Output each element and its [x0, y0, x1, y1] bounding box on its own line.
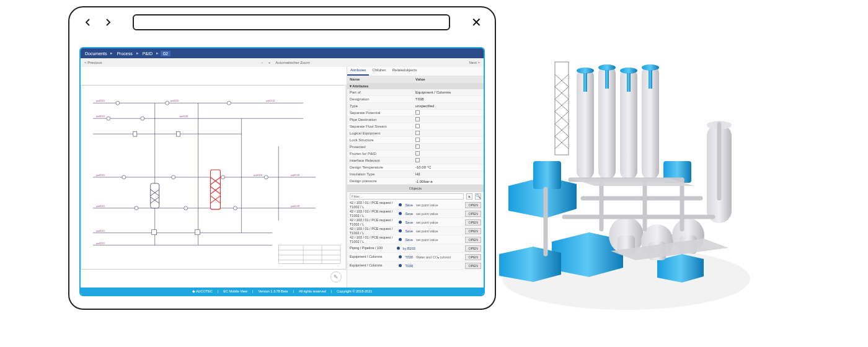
object-row[interactable]: 42 / 103 / 01 / PCE request / T1002 / LS…	[347, 209, 484, 218]
svg-point-31	[233, 206, 237, 210]
app-frame: Documents▸ Process▸ P&ID▸ 02 < Previous …	[79, 47, 485, 296]
attr-row[interactable]: Design Temperature-10.00 °C	[347, 164, 484, 171]
canvas-edit-button[interactable]: ✎	[330, 271, 342, 283]
tag-dot-icon	[399, 238, 402, 241]
search-icon[interactable]: 🔍	[475, 193, 481, 200]
open-button[interactable]: OPEN	[465, 202, 481, 208]
pid-canvas[interactable]: pos01101pos01101pos01101 pos01101pos0110…	[81, 67, 347, 288]
open-button[interactable]: OPEN	[465, 245, 481, 252]
attr-row[interactable]: Pipe Destination	[347, 116, 484, 123]
open-button[interactable]: OPEN	[465, 228, 481, 234]
svg-point-20	[227, 101, 231, 105]
object-row[interactable]: 42 / 103 / 01 / PCE request / T1002 / LS…	[347, 201, 484, 209]
open-button[interactable]: OPEN	[465, 254, 481, 260]
attr-key: Interface Relevant	[350, 159, 415, 162]
zoom-out-button[interactable]: −	[261, 61, 264, 64]
attr-key: Separate Flow Stream	[350, 125, 415, 128]
attr-value	[415, 110, 481, 115]
svg-text:pos01101: pos01101	[96, 174, 105, 177]
breadcrumb-item[interactable]: Documents	[83, 51, 108, 56]
object-desc: set point value	[416, 212, 463, 216]
attr-row[interactable]: Interface Relevant	[347, 157, 484, 164]
checkbox-icon[interactable]	[415, 117, 420, 121]
open-button[interactable]: OPEN	[465, 211, 481, 217]
svg-text:pos01101: pos01101	[96, 242, 105, 245]
attr-key: Design pressure	[350, 179, 415, 183]
open-button[interactable]: OPEN	[465, 263, 481, 269]
attr-row[interactable]: Insulation TypeH2	[347, 171, 484, 178]
svg-text:pos01101: pos01101	[266, 100, 275, 102]
zoom-mode-select[interactable]: Automatischer Zoom	[275, 61, 309, 64]
tab-children[interactable]: Children	[369, 67, 389, 76]
zoom-in-button[interactable]: +	[268, 61, 271, 64]
breadcrumb-item-current[interactable]: 02	[161, 51, 170, 56]
attr-value	[415, 151, 481, 156]
object-row[interactable]: 42 / 103 / 01 / PCE request / T1002 / LS…	[347, 235, 484, 244]
svg-rect-24	[177, 131, 180, 136]
footer-brand: ◆ AUCOTEC	[192, 289, 213, 293]
next-page-button[interactable]: Next >	[469, 61, 480, 64]
main-split: pos01101pos01101pos01101 pos01101pos0110…	[81, 67, 484, 288]
svg-point-77	[598, 64, 616, 71]
object-tag: Save	[404, 221, 414, 224]
checkbox-icon[interactable]	[415, 144, 420, 149]
forward-button[interactable]	[100, 15, 115, 30]
object-desc: Water and CO₂ column	[416, 255, 463, 259]
svg-text:pos01101: pos01101	[96, 230, 105, 232]
attr-row[interactable]: Part ofEquipment / Columns	[347, 89, 484, 96]
attr-row[interactable]: Logical Equipment	[347, 130, 484, 137]
object-row[interactable]: Equipment / ColumnsT038Water and CO₂ col…	[347, 253, 484, 261]
attr-row[interactable]: Separate Potential	[347, 110, 484, 116]
svg-point-21	[107, 116, 110, 120]
svg-text:pos01101: pos01101	[96, 115, 105, 118]
open-button[interactable]: OPEN	[465, 219, 481, 226]
checkbox-icon[interactable]	[415, 138, 420, 142]
attr-value: -10.00 °C	[415, 165, 481, 169]
filter-input[interactable]	[350, 193, 464, 200]
svg-rect-23	[133, 131, 137, 136]
attr-row[interactable]: Design pressure-1.00bar⋅a	[347, 178, 484, 185]
svg-text:pos01101: pos01101	[254, 174, 262, 177]
tag-dot-icon	[397, 247, 400, 250]
close-button[interactable]: ✕	[469, 15, 484, 30]
breadcrumb-item[interactable]: Process	[115, 51, 134, 56]
object-row[interactable]: Piping / Pipeline / 100by B203OPEN	[347, 244, 484, 253]
open-button[interactable]: OPEN	[465, 237, 481, 243]
object-row[interactable]: 42 / 103 / 01 / PCE request / T1002 / LS…	[347, 218, 484, 227]
attr-row[interactable]: DesignationT038	[347, 96, 484, 103]
object-desc: set point value	[416, 203, 463, 207]
objects-section[interactable]: Objects	[347, 185, 484, 192]
tab-attributes[interactable]: Attributes	[347, 67, 369, 76]
attr-row[interactable]: Typeunspecified	[347, 103, 484, 110]
url-bar[interactable]	[133, 14, 450, 30]
clear-filter-icon[interactable]: ×	[466, 193, 472, 200]
tab-relatedobjects[interactable]: Relatedobjects	[389, 67, 420, 76]
breadcrumb-item[interactable]: P&ID	[141, 51, 154, 56]
object-row[interactable]: Equipment / ColumnsT038OPEN	[347, 261, 484, 270]
attr-row[interactable]: Separate Flow Stream	[347, 123, 484, 130]
attr-value: T038	[415, 97, 481, 101]
attr-value: H2	[415, 172, 481, 176]
object-tag: by B203	[402, 247, 417, 250]
attr-row[interactable]: Protected	[347, 144, 484, 151]
attr-row[interactable]: Frozen for P&ID	[347, 151, 484, 157]
object-tag: Save	[404, 203, 414, 207]
checkbox-icon[interactable]	[415, 151, 420, 156]
object-name: 42 / 103 / 01 / PCE request / T1002 / L	[350, 201, 397, 208]
checkbox-icon[interactable]	[415, 131, 420, 135]
attr-group[interactable]: ▾ Attributes	[347, 83, 484, 89]
back-button[interactable]	[81, 15, 95, 30]
svg-point-78	[620, 68, 637, 74]
attr-value	[415, 131, 481, 136]
properties-panel: Attributes Children Relatedobjects Name …	[347, 67, 484, 288]
footer-rights: All rights reserved	[299, 289, 326, 293]
checkbox-icon[interactable]	[415, 110, 420, 115]
checkbox-icon[interactable]	[415, 158, 420, 162]
checkbox-icon[interactable]	[415, 124, 420, 128]
object-row[interactable]: 42 / 103 / 01 / PCE request / T1002 / LS…	[347, 227, 484, 235]
attr-row[interactable]: Lock Structure	[347, 137, 484, 144]
svg-rect-82	[627, 73, 631, 92]
prev-page-button[interactable]: < Previous	[84, 61, 102, 64]
svg-rect-32	[152, 230, 157, 235]
object-desc: set point value	[416, 221, 463, 224]
